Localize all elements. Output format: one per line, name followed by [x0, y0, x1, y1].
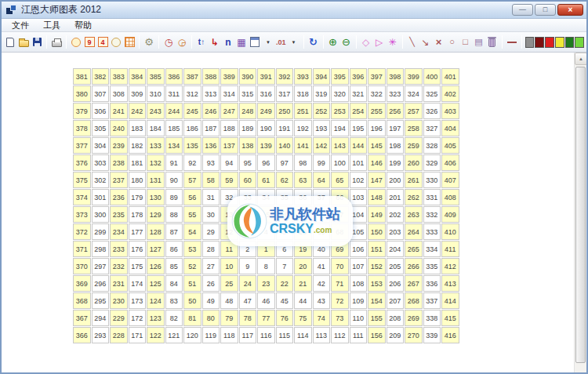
- grid-cell[interactable]: 136: [202, 137, 220, 154]
- open-file-icon[interactable]: [17, 35, 30, 49]
- grid-cell[interactable]: 209: [387, 327, 405, 343]
- grid-cell[interactable]: 60: [239, 172, 257, 188]
- grid-cell[interactable]: 196: [368, 120, 386, 136]
- grid-cell[interactable]: 269: [405, 310, 423, 326]
- grid-cell[interactable]: 117: [239, 327, 257, 343]
- grid-cell[interactable]: 199: [387, 154, 405, 171]
- grid-cell[interactable]: 208: [387, 310, 405, 326]
- grid-cell[interactable]: 83: [165, 292, 183, 309]
- grid-cell[interactable]: 207: [387, 292, 405, 309]
- grid-cell[interactable]: 86: [165, 241, 183, 257]
- grid-cell[interactable]: 312: [183, 85, 201, 102]
- grid-cell[interactable]: 409: [441, 206, 459, 223]
- grid-cell[interactable]: 76: [276, 310, 294, 326]
- grid-cell[interactable]: 262: [405, 189, 423, 205]
- grid-cell[interactable]: 295: [92, 292, 110, 309]
- grid-cell[interactable]: 414: [441, 292, 459, 309]
- grid-cell[interactable]: 387: [183, 68, 201, 85]
- grid-cell[interactable]: 70: [331, 258, 349, 274]
- grid-cell[interactable]: 319: [313, 85, 331, 102]
- grid-cell[interactable]: 116: [257, 327, 275, 343]
- grid-cell[interactable]: 394: [313, 68, 331, 85]
- grid-cell[interactable]: 135: [183, 137, 201, 154]
- grid-cell[interactable]: 304: [92, 137, 110, 154]
- grid-cell[interactable]: 239: [110, 137, 128, 154]
- grid-cell[interactable]: 93: [202, 154, 220, 171]
- grid-cell[interactable]: 129: [147, 206, 165, 223]
- play-tool-icon[interactable]: ▷: [373, 35, 386, 49]
- grid-cell[interactable]: 190: [257, 120, 275, 136]
- grid-cell[interactable]: 201: [387, 189, 405, 205]
- grid-cell[interactable]: 187: [202, 120, 220, 136]
- grid-cell[interactable]: 406: [441, 154, 459, 171]
- grid-cell[interactable]: 144: [350, 137, 368, 154]
- grid-cell[interactable]: 293: [92, 327, 110, 343]
- grid-cell[interactable]: 90: [165, 172, 183, 188]
- grid-cell[interactable]: 334: [423, 241, 441, 257]
- grid-cell[interactable]: 100: [331, 154, 349, 171]
- grid-cell[interactable]: 206: [387, 275, 405, 292]
- grid-cell[interactable]: 54: [183, 223, 201, 240]
- line-tool-icon[interactable]: ╲: [406, 35, 419, 49]
- grid-cell[interactable]: 303: [92, 154, 110, 171]
- grid-cell[interactable]: 26: [202, 275, 220, 292]
- maximize-button[interactable]: □: [535, 4, 556, 16]
- grid-cell[interactable]: 397: [368, 68, 386, 85]
- grid-cell[interactable]: 200: [387, 172, 405, 188]
- grid-cell[interactable]: 80: [202, 310, 220, 326]
- grid-cell[interactable]: 95: [239, 154, 257, 171]
- grid-cell[interactable]: 193: [313, 120, 331, 136]
- grid-cell[interactable]: 240: [110, 120, 128, 136]
- grid-cell[interactable]: 109: [350, 292, 368, 309]
- grid-cell[interactable]: 132: [147, 154, 165, 171]
- refresh-icon[interactable]: ↻: [307, 35, 320, 49]
- grid-cell[interactable]: 181: [129, 154, 147, 171]
- grid-cell[interactable]: 233: [110, 241, 128, 257]
- grid-cell[interactable]: 324: [405, 85, 423, 102]
- square-of-9-icon[interactable]: 9: [83, 35, 96, 49]
- grid-cell[interactable]: 111: [350, 327, 368, 343]
- grid-cell[interactable]: 138: [239, 137, 257, 154]
- vertical-scrollbar[interactable]: ▲: [574, 53, 586, 372]
- grid-cell[interactable]: 270: [405, 327, 423, 343]
- grid-cell[interactable]: 177: [129, 223, 147, 240]
- precision-dropdown-icon[interactable]: ▼: [288, 35, 300, 49]
- grid-cell[interactable]: 385: [147, 68, 165, 85]
- grid-cell[interactable]: 51: [183, 275, 201, 292]
- grid-cell[interactable]: 133: [147, 137, 165, 154]
- grid-cell[interactable]: 241: [110, 103, 128, 119]
- natural-number-icon[interactable]: n: [222, 35, 234, 49]
- grid-cell[interactable]: 338: [423, 310, 441, 326]
- grid-cell[interactable]: 386: [165, 68, 183, 85]
- grid-cell[interactable]: 251: [294, 103, 312, 119]
- grid-cell[interactable]: 126: [147, 258, 165, 274]
- grid-cell[interactable]: 81: [183, 310, 201, 326]
- grid-cell[interactable]: 151: [368, 241, 386, 257]
- grid-cell[interactable]: 24: [239, 275, 257, 292]
- grid-cell[interactable]: 323: [387, 85, 405, 102]
- calendar-dropdown-icon[interactable]: ▼: [262, 35, 274, 49]
- grid-cell[interactable]: 194: [331, 120, 349, 136]
- time-cycle-clock-icon[interactable]: ◷: [162, 35, 175, 49]
- color-swatch-yellow[interactable]: [555, 37, 564, 48]
- grid-cell[interactable]: 234: [110, 223, 128, 240]
- grid-cell[interactable]: 321: [350, 85, 368, 102]
- grid-cell[interactable]: 152: [368, 258, 386, 274]
- grid-cell[interactable]: 65: [331, 172, 349, 188]
- grid-cell[interactable]: 128: [147, 223, 165, 240]
- grid-cell[interactable]: 294: [92, 310, 110, 326]
- grid-cell[interactable]: 56: [183, 189, 201, 205]
- grid-cell[interactable]: 253: [331, 103, 349, 119]
- grid-cell[interactable]: 379: [73, 103, 91, 119]
- grid-cell[interactable]: 401: [441, 68, 459, 85]
- grid-cell[interactable]: 98: [294, 154, 312, 171]
- grid-cell[interactable]: 74: [313, 310, 331, 326]
- grid-cell[interactable]: 368: [73, 292, 91, 309]
- grid-cell[interactable]: 300: [92, 206, 110, 223]
- cross-tool-icon[interactable]: ×: [433, 35, 445, 49]
- menu-tools[interactable]: 工具: [36, 19, 67, 32]
- matrix-chart-icon[interactable]: ▦: [235, 35, 248, 49]
- grid-cell[interactable]: 315: [239, 85, 257, 102]
- grid-cell[interactable]: 237: [110, 172, 128, 188]
- grid-cell[interactable]: 148: [368, 189, 386, 205]
